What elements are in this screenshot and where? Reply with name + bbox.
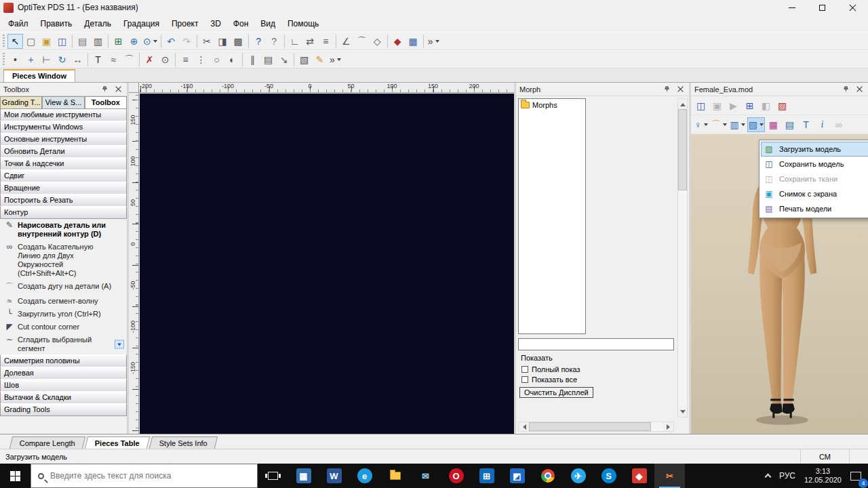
bottom-tab[interactable]: Pieces Table <box>85 436 150 449</box>
toolbox-category[interactable]: Grading Tools <box>0 403 127 416</box>
toolbox-category[interactable]: Симметрия половины <box>0 354 127 367</box>
print-button[interactable]: ▥ <box>90 34 106 49</box>
more-tools-button[interactable]: » <box>328 52 343 67</box>
chrome-taskbar-button[interactable] <box>532 464 563 488</box>
paste-button[interactable]: ▩ <box>231 34 246 49</box>
model-file-menu-button[interactable]: ▧ <box>747 117 765 132</box>
toolbox-tab[interactable]: View & S... <box>42 96 84 108</box>
model-menu-item[interactable]: ▤Печать модели <box>761 201 868 216</box>
save-design-button[interactable]: ◫ <box>54 34 70 49</box>
pin-button[interactable] <box>840 85 851 94</box>
help-button[interactable]: ? <box>251 34 267 49</box>
clock[interactable]: 3:13 12.05.2020 <box>804 467 842 485</box>
fabric-view-button[interactable]: ▨ <box>774 98 790 113</box>
drawing-canvas[interactable] <box>140 94 514 434</box>
word-taskbar-button[interactable]: W <box>319 464 349 488</box>
morph-tree[interactable]: Morphs <box>518 98 586 334</box>
toolbox-category[interactable]: Шов <box>0 379 127 392</box>
text-annotation-button[interactable]: T <box>798 117 814 132</box>
model-info-button[interactable]: i <box>814 117 830 132</box>
ellipse-tool-button[interactable]: ◐ <box>224 52 240 67</box>
new-design-button[interactable]: ▢ <box>23 34 39 49</box>
scroll-right-button[interactable] <box>663 422 673 431</box>
menu-item[interactable]: Файл <box>2 16 35 31</box>
minimize-button[interactable] <box>776 0 807 15</box>
red-app-taskbar-button[interactable]: ◆ <box>624 464 654 488</box>
scroll-up-button[interactable] <box>678 99 687 109</box>
toolbox-tool[interactable]: ≈Создать сегмент-волну <box>0 295 127 308</box>
scroll-left-button[interactable] <box>519 422 529 431</box>
search-input[interactable] <box>50 471 250 481</box>
calculator-taskbar-button[interactable]: ▦ <box>288 464 319 488</box>
open-design-button[interactable]: ▣ <box>39 34 54 49</box>
bottom-tab[interactable]: Style Sets Info <box>149 436 218 449</box>
context-help-button[interactable]: ? <box>267 34 282 49</box>
menu-item[interactable]: Фон <box>227 16 254 31</box>
angle-tool-button[interactable]: ∠ <box>338 34 354 49</box>
toolbox-tab[interactable]: Grading T... <box>0 96 42 108</box>
model-menu-item[interactable]: ▣Снимок с экрана <box>761 186 868 201</box>
toolbox-tool[interactable]: ╰Закруглить угол (Ctrl+R) <box>0 308 127 321</box>
add-notch-button[interactable]: ⊢ <box>39 52 54 67</box>
menu-item[interactable]: Править <box>35 16 79 31</box>
mail-taskbar-button[interactable]: ✉ <box>410 464 441 488</box>
morph-filter-input[interactable] <box>518 338 674 350</box>
toolbar-grip[interactable] <box>3 53 5 66</box>
toolbox-category[interactable]: Точки & надсечки <box>0 157 127 170</box>
add-point-button[interactable]: + <box>23 52 39 67</box>
edge-taskbar-button[interactable]: e <box>349 464 380 488</box>
toolbox-category[interactable]: Основные инструменты <box>0 133 127 146</box>
anchor-point-button[interactable]: ⊙ <box>157 52 173 67</box>
toolbox-category[interactable]: Сдвиг <box>0 169 127 182</box>
toolbox-tool[interactable]: ◤Cut contour corner <box>0 321 127 333</box>
file-explorer-taskbar-button[interactable] <box>380 464 410 488</box>
curve-ruler-button[interactable]: ⌒ <box>354 34 370 49</box>
align-points-button[interactable]: ≡ <box>178 52 193 67</box>
circle-tool-button[interactable]: ○ <box>209 52 224 67</box>
skype-taskbar-button[interactable]: S <box>593 464 624 488</box>
pieces-window-tab[interactable]: Pieces Window <box>3 69 75 82</box>
measurements-menu-button[interactable]: ⌒ <box>710 117 728 132</box>
animation-button[interactable]: ▦ <box>766 117 781 132</box>
reset-view-button[interactable]: ⊞ <box>742 98 757 113</box>
import-piece-button[interactable]: ▤ <box>75 34 90 49</box>
shrink-tool-button[interactable]: ↘ <box>276 52 292 67</box>
menu-item[interactable]: Деталь <box>78 16 117 31</box>
clear-display-button[interactable]: Очистить Дисплей <box>519 387 593 398</box>
scrollbar-thumb[interactable] <box>678 109 687 190</box>
zoom-tool-button[interactable]: ⊕ <box>126 34 142 49</box>
bottom-tab[interactable]: Compare Length <box>9 436 85 449</box>
toolbox-tool[interactable]: ✎Нарисовать деталь или внутренний контур… <box>0 219 127 241</box>
close-panel-button[interactable] <box>113 85 123 94</box>
toolbar-grip[interactable] <box>3 35 5 48</box>
arc-tool-button[interactable]: ⌒ <box>121 52 137 67</box>
menu-item[interactable]: Градация <box>117 16 165 31</box>
taskbar-search[interactable] <box>31 464 258 488</box>
wave-tool-button[interactable]: ≈ <box>106 52 121 67</box>
microsoft-store-taskbar-button[interactable]: ⊞ <box>471 464 502 488</box>
stereo-view-button[interactable]: ◫ <box>693 98 709 113</box>
export-table-button[interactable]: ⊞ <box>111 34 126 49</box>
morph-horizontal-scrollbar[interactable] <box>518 422 674 432</box>
scroll-down-button[interactable] <box>678 407 687 417</box>
measure-length-button[interactable]: ∟ <box>287 34 302 49</box>
edit-points-button[interactable]: • <box>7 52 23 67</box>
render-table-button[interactable]: ▤ <box>782 117 797 132</box>
tool-dropdown-button[interactable] <box>115 340 124 349</box>
morph-vertical-scrollbar[interactable] <box>677 98 688 418</box>
model-menu-item[interactable]: ◫Сохранить модель <box>761 157 868 171</box>
toolbox-tab[interactable]: Toolbox <box>85 96 127 108</box>
show-checkbox[interactable]: Полный показ <box>521 364 580 374</box>
3d-window-button[interactable]: ◆ <box>390 34 406 49</box>
toolbox-category[interactable]: Мои любимые инструменты <box>0 109 127 121</box>
menu-item[interactable]: Проект <box>165 16 205 31</box>
notes-button[interactable]: ✎ <box>312 52 328 67</box>
opera-taskbar-button[interactable]: O <box>441 464 471 488</box>
morph-tree-root-item[interactable]: Morphs <box>519 99 585 111</box>
more-commands-button[interactable]: » <box>426 34 441 49</box>
maximize-button[interactable] <box>807 0 837 15</box>
cloth-menu-button[interactable]: ▥ <box>729 117 747 132</box>
pin-button[interactable] <box>661 85 672 94</box>
cut-button[interactable]: ✂ <box>199 34 215 49</box>
select-tool-button[interactable]: ↖ <box>7 34 23 49</box>
